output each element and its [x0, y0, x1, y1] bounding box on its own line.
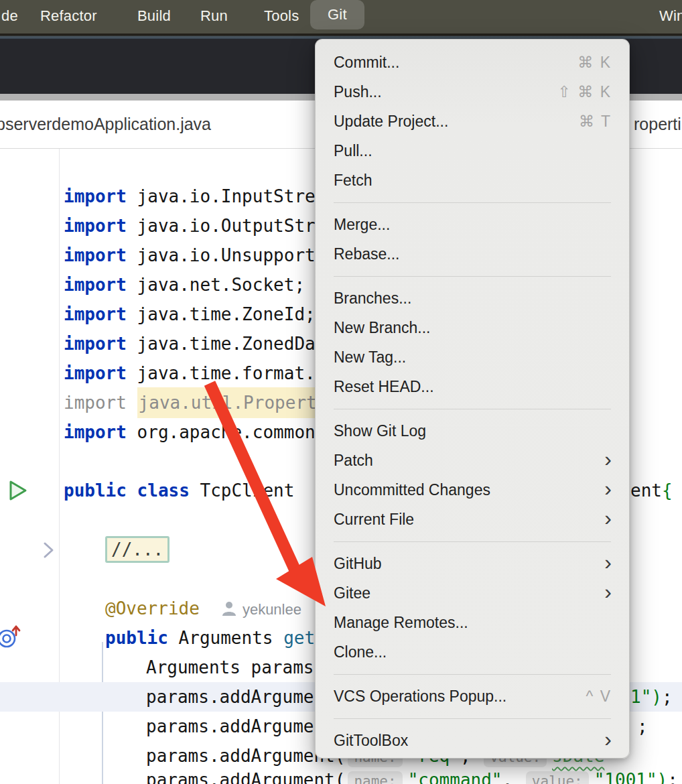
menu-item-gitee[interactable]: Gitee› — [316, 578, 629, 608]
menu-separator — [316, 401, 629, 416]
menu-item-push[interactable]: Push...⇧ ⌘ K — [316, 77, 629, 107]
menu-item-label: Gitee — [334, 578, 370, 608]
menu-item-label: Show Git Log — [334, 416, 426, 446]
menubar-item-refactor[interactable]: Refactor — [40, 0, 97, 34]
git-menu-popup: Commit...⌘ KPush...⇧ ⌘ KUpdate Project..… — [315, 39, 630, 759]
menu-item-gittoolbox[interactable]: GitToolBox› — [316, 726, 629, 755]
ide-window: deRefactorBuildRunToolsGitWin pserverdem… — [0, 0, 682, 784]
menu-item-label: Update Project... — [334, 107, 448, 136]
submenu-chevron-icon: › — [604, 547, 612, 577]
submenu-chevron-icon: › — [604, 577, 612, 606]
menu-item-github[interactable]: GitHub› — [316, 549, 629, 578]
menubar-item-de[interactable]: de — [1, 0, 18, 34]
menu-item-update-project[interactable]: Update Project...⌘ T — [316, 107, 629, 136]
submenu-chevron-icon: › — [604, 503, 612, 533]
fold-chevron-icon[interactable] — [42, 541, 56, 560]
tab-properties-file[interactable]: roperti — [634, 101, 681, 148]
menu-item-show-git-log[interactable]: Show Git Log — [316, 416, 629, 446]
macos-menubar: deRefactorBuildRunToolsGitWin — [0, 0, 682, 34]
menu-separator — [316, 269, 629, 283]
menu-item-label: New Branch... — [334, 313, 430, 342]
menu-item-shortcut: ⇧ ⌘ K — [558, 77, 612, 107]
menu-item-shortcut: ⌘ T — [579, 107, 612, 136]
menu-item-label: Patch — [334, 446, 373, 475]
menu-item-label: New Tag... — [334, 342, 406, 372]
menu-item-label: Merge... — [334, 210, 390, 239]
menu-item-reset-head[interactable]: Reset HEAD... — [316, 372, 629, 401]
menu-separator — [316, 667, 629, 681]
menubar-item-build[interactable]: Build — [137, 0, 171, 34]
menubar-item-win[interactable]: Win — [659, 0, 682, 34]
menu-separator — [316, 195, 629, 210]
menu-item-label: Branches... — [334, 283, 411, 313]
menu-item-shortcut: ^ V — [586, 681, 612, 711]
menubar-item-run[interactable]: Run — [200, 0, 228, 34]
menu-item-label: Rebase... — [334, 239, 399, 269]
menu-item-label: GitToolBox — [334, 726, 408, 755]
menu-item-label: VCS Operations Popup... — [334, 681, 506, 711]
run-class-icon[interactable] — [9, 479, 29, 503]
menu-item-rebase[interactable]: Rebase... — [316, 239, 629, 269]
menu-item-manage-remotes[interactable]: Manage Remotes... — [316, 608, 629, 637]
menu-item-new-branch[interactable]: New Branch... — [316, 313, 629, 342]
menu-item-merge[interactable]: Merge... — [316, 210, 629, 239]
submenu-chevron-icon: › — [604, 444, 612, 474]
menu-item-new-tag[interactable]: New Tag... — [316, 342, 629, 372]
menu-item-current-file[interactable]: Current File› — [316, 505, 629, 534]
menu-item-label: Fetch — [334, 166, 372, 195]
menu-separator — [316, 711, 629, 726]
menu-item-label: Pull... — [334, 136, 372, 166]
menu-item-shortcut: ⌘ K — [577, 48, 612, 77]
tab-active-file[interactable]: pserverdemoApplication.java — [0, 101, 211, 148]
menu-item-label: Uncommitted Changes — [334, 475, 490, 505]
menu-item-fetch[interactable]: Fetch — [316, 166, 629, 195]
menubar-item-git[interactable]: Git — [310, 0, 364, 29]
menu-item-label: Push... — [334, 77, 382, 107]
menu-separator — [316, 534, 629, 549]
menu-item-clone[interactable]: Clone... — [316, 637, 629, 667]
menu-item-uncommitted-changes[interactable]: Uncommitted Changes› — [316, 475, 629, 505]
menu-item-vcs-operations-popup[interactable]: VCS Operations Popup...^ V — [316, 681, 629, 711]
menu-item-commit[interactable]: Commit...⌘ K — [316, 48, 629, 77]
menu-item-label: Clone... — [334, 637, 387, 667]
menubar-item-tools[interactable]: Tools — [264, 0, 299, 34]
menu-item-pull[interactable]: Pull... — [316, 136, 629, 166]
menu-item-branches[interactable]: Branches... — [316, 283, 629, 313]
menu-item-patch[interactable]: Patch› — [316, 446, 629, 475]
overrides-method-icon[interactable] — [0, 622, 23, 650]
menu-item-label: Commit... — [334, 48, 399, 77]
window-top-edge — [0, 34, 682, 39]
submenu-chevron-icon: › — [604, 724, 612, 754]
menu-item-label: GitHub — [334, 549, 382, 578]
menu-item-label: Manage Remotes... — [334, 608, 468, 637]
menu-item-label: Reset HEAD... — [334, 372, 434, 401]
author-person-icon — [221, 600, 237, 617]
menu-item-label: Current File — [334, 505, 414, 534]
indent-guide — [102, 642, 103, 784]
submenu-chevron-icon: › — [604, 474, 612, 503]
